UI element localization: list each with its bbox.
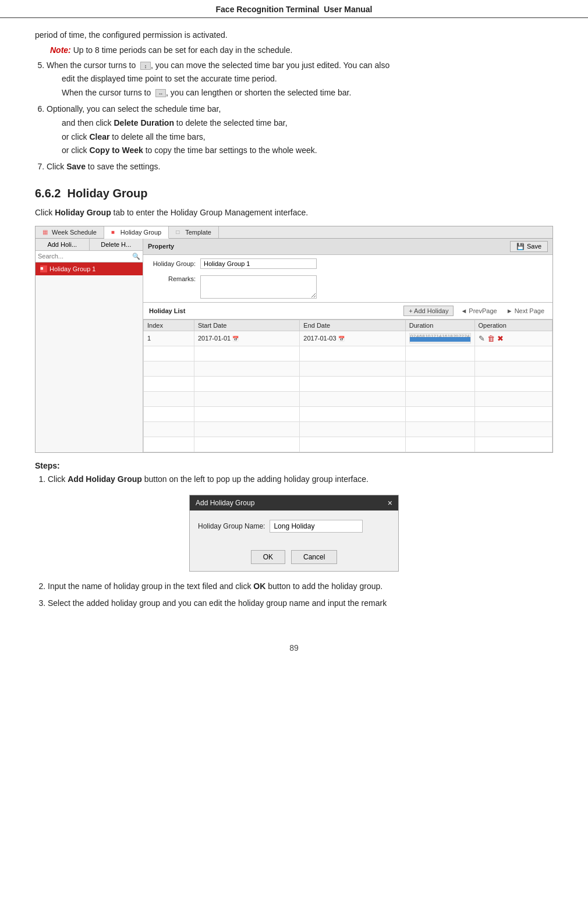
remarks-input[interactable] (200, 275, 317, 299)
holiday-table: Index Start Date End Date Duration Opera… (143, 320, 552, 452)
left-panel: Add Holi... Delete H... 🔍 ■ Holiday Grou… (36, 239, 143, 452)
template-icon: □ (176, 229, 183, 236)
form-row-remarks: Remarks: (143, 272, 552, 302)
left-buttons: Add Holi... Delete H... (36, 239, 143, 251)
cell-operation: ✎ 🗑 ✖ (474, 331, 552, 346)
tab-holiday-group[interactable]: ■ Holiday Group (104, 226, 169, 239)
tab-bar: ▦ Week Schedule ■ Holiday Group □ Templa… (36, 226, 552, 239)
step-5: When the cursor turns to ↕, you can move… (47, 59, 553, 100)
holiday-group-name-input[interactable] (200, 258, 317, 269)
duration-bar: 024681012141618202224 (409, 333, 471, 343)
cursor-icon-move: ↕ (140, 62, 151, 70)
holiday-list-header: Holiday List + Add Holiday ◄ PrevPage ► … (143, 302, 552, 320)
note-line: Note: Up to 8 time periods can be set fo… (50, 44, 553, 58)
cell-duration: 024681012141618202224 (405, 331, 474, 346)
next-page-button[interactable]: ► Next Page (504, 306, 547, 315)
ui-body: Add Holi... Delete H... 🔍 ■ Holiday Grou… (36, 239, 552, 452)
add-holiday-button[interactable]: + Add Holiday (403, 306, 454, 316)
cell-index: 1 (144, 331, 194, 346)
right-panel: Property 💾 Save Holiday Group: Remarks: (143, 239, 552, 452)
delete-icon-1[interactable]: 🗑 (487, 334, 495, 343)
ui-screenshot: ▦ Week Schedule ■ Holiday Group □ Templa… (35, 226, 553, 453)
delete-holiday-button[interactable]: Delete H... (90, 239, 143, 250)
form-row-holiday-group: Holiday Group: (143, 255, 552, 272)
cursor-icon-resize: ↔ (155, 89, 166, 97)
intro-line-1: period of time, the configured permissio… (35, 29, 553, 42)
dialog-title: Add Holiday Group (196, 499, 254, 507)
dialog-title-bar: Add Holiday Group × (190, 495, 398, 510)
cell-start-date: 2017-01-01 📅 (194, 331, 299, 346)
dialog-close-button[interactable]: × (388, 498, 392, 508)
table-row (144, 406, 552, 421)
table-row (144, 437, 552, 452)
manual-title: Face Recognition Terminal (216, 5, 320, 14)
steps-list: Click Add Holiday Group button on the le… (48, 473, 553, 487)
save-icon: 💾 (516, 243, 525, 250)
step-1: Click Add Holiday Group button on the le… (48, 473, 553, 487)
step-7: Click Save to save the settings. (47, 160, 553, 174)
dialog-container: Add Holiday Group × Holiday Group Name: … (35, 495, 553, 572)
step-2: Input the name of holiday group in the t… (48, 580, 553, 594)
table-row (144, 346, 552, 361)
tab-week-schedule[interactable]: ▦ Week Schedule (36, 226, 104, 238)
section-intro: Click Holiday Group tab to enter the Hol… (35, 206, 553, 220)
table-row: 1 2017-01-01 📅 2017-01-03 📅 (144, 331, 552, 346)
page-footer: 89 (0, 632, 588, 658)
save-button[interactable]: 💾 Save (510, 241, 548, 252)
table-header-row: Index Start Date End Date Duration Opera… (144, 320, 552, 331)
steps-list-2: Input the name of holiday group in the t… (48, 580, 553, 611)
search-icon: 🔍 (132, 253, 140, 260)
dialog-form-row-name: Holiday Group Name: (198, 520, 390, 533)
operation-icons: ✎ 🗑 ✖ (479, 334, 549, 343)
col-operation: Operation (474, 320, 552, 331)
table-row (144, 361, 552, 376)
calendar-icon: ▦ (42, 229, 49, 236)
manual-subtitle: User Manual (324, 5, 372, 14)
table-row (144, 376, 552, 391)
date-picker-icon-start[interactable]: 📅 (232, 336, 239, 342)
step-6: Optionally, you can select the schedule … (47, 102, 553, 158)
search-bar: 🔍 (36, 251, 143, 263)
prev-page-button[interactable]: ◄ PrevPage (458, 306, 499, 315)
list-item-holiday-group-1[interactable]: ■ Holiday Group 1 (36, 263, 143, 275)
list-item-icon: ■ (40, 265, 47, 272)
page-header: Face Recognition Terminal User Manual (0, 0, 588, 18)
edit-icon[interactable]: ✎ (479, 334, 485, 343)
add-holiday-group-button[interactable]: Add Holi... (36, 239, 90, 250)
col-duration: Duration (405, 320, 474, 331)
delete-icon-2[interactable]: ✖ (497, 334, 504, 343)
page-number: 89 (289, 643, 299, 653)
content-area: period of time, the configured permissio… (0, 18, 588, 632)
add-holiday-group-dialog: Add Holiday Group × Holiday Group Name: … (189, 495, 399, 572)
dialog-cancel-button[interactable]: Cancel (291, 550, 337, 564)
col-start-date: Start Date (194, 320, 299, 331)
dialog-body: Holiday Group Name: (190, 510, 398, 545)
holiday-icon: ■ (111, 229, 118, 236)
steps-label: Steps: (35, 461, 553, 470)
step-3: Select the added holiday group and you c… (48, 597, 553, 611)
page-title: Face Recognition Terminal User Manual (216, 5, 373, 14)
holiday-group-name-dialog-input[interactable] (270, 520, 363, 533)
date-picker-icon-end[interactable]: 📅 (338, 336, 345, 342)
dialog-ok-button[interactable]: OK (251, 550, 285, 564)
search-input[interactable] (38, 253, 130, 260)
cell-end-date: 2017-01-03 📅 (300, 331, 405, 346)
col-index: Index (144, 320, 194, 331)
duration-bar-fill (410, 337, 470, 342)
table-row (144, 421, 552, 437)
section-heading: 6.6.2 Holiday Group (35, 187, 553, 200)
tab-template[interactable]: □ Template (169, 226, 219, 238)
right-panel-header: Property 💾 Save (143, 239, 552, 255)
dialog-footer: OK Cancel (190, 545, 398, 571)
table-row (144, 391, 552, 406)
main-steps-list: When the cursor turns to ↕, you can move… (47, 59, 553, 174)
col-end-date: End Date (300, 320, 405, 331)
